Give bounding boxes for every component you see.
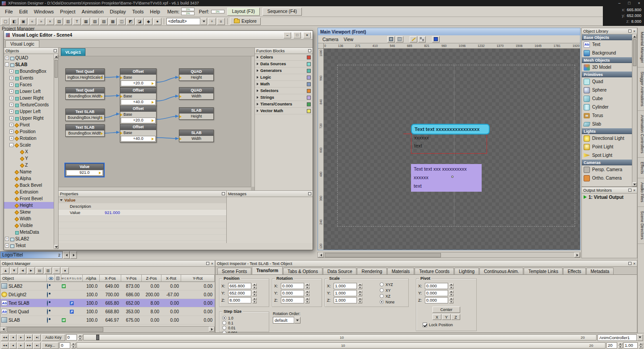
jog-button[interactable]: ►| bbox=[33, 342, 41, 349]
node-slab-height[interactable]: SLAB Height bbox=[179, 107, 214, 120]
scroll-left-icon[interactable] bbox=[63, 251, 70, 259]
vle-maximize-button[interactable]: □ bbox=[293, 32, 301, 38]
zpos-value[interactable]: 8.00 bbox=[142, 309, 161, 314]
explore-button[interactable]: Explore bbox=[230, 17, 261, 25]
alpha-value[interactable]: 100.0 bbox=[83, 318, 100, 323]
spin-up-button[interactable] bbox=[449, 290, 453, 293]
pin-icon[interactable] bbox=[628, 262, 631, 265]
library-row[interactable]: Ab Text bbox=[582, 40, 632, 49]
alpha-value[interactable]: 100.0 bbox=[83, 301, 100, 306]
tree-expander-icon[interactable] bbox=[15, 150, 19, 154]
step-size-option[interactable]: 0.1 bbox=[222, 320, 266, 325]
value-input[interactable]: 1.000 bbox=[334, 297, 357, 303]
spin-down-button[interactable] bbox=[252, 301, 257, 303]
toolbar-icon[interactable]: × bbox=[46, 18, 54, 25]
node-output-port[interactable]: BoundingBox.Height bbox=[66, 115, 104, 121]
om-toolbar-icon[interactable]: ▤ bbox=[36, 267, 43, 274]
library-row[interactable]: Quad bbox=[582, 77, 632, 86]
spin-down-button[interactable] bbox=[305, 294, 309, 296]
inspector-tab[interactable]: Lighting bbox=[454, 268, 479, 274]
menu-item[interactable]: File bbox=[2, 8, 16, 15]
pivot-spinner[interactable]: Y: 0.000 bbox=[418, 290, 475, 296]
tree-item[interactable]: + SLAB2 bbox=[4, 235, 54, 242]
step-size-option[interactable]: 0.01 bbox=[222, 325, 266, 330]
pivot-axis-button[interactable]: Z bbox=[451, 314, 460, 320]
node-input-port[interactable]: Base bbox=[120, 75, 156, 80]
ypos-value[interactable]: 675.00 bbox=[121, 318, 142, 323]
value-input[interactable]: 1.000 bbox=[334, 283, 357, 289]
spin-up-button[interactable] bbox=[305, 283, 309, 286]
position-spinner[interactable]: Z: 8.000 bbox=[221, 297, 267, 303]
radio-icon[interactable] bbox=[380, 300, 384, 304]
library-row[interactable]: Base Objects bbox=[582, 34, 632, 40]
scroll-right-icon[interactable] bbox=[574, 252, 580, 257]
ypos-value[interactable]: 686.00 bbox=[121, 292, 142, 297]
property-row[interactable]: Description bbox=[59, 203, 226, 210]
rotation-order-dropdown[interactable]: default bbox=[273, 317, 301, 324]
viewport-hscrollbar[interactable] bbox=[318, 252, 580, 258]
scroll-down-icon[interactable] bbox=[54, 245, 58, 249]
anim-controller-combo[interactable]: AnimController1 bbox=[597, 334, 643, 341]
toolbar-icon[interactable]: ▤ bbox=[55, 18, 63, 25]
spin-up-button[interactable] bbox=[449, 283, 453, 286]
tree-item[interactable]: MetaData bbox=[4, 229, 54, 235]
yrot-value[interactable]: 0.00 bbox=[181, 318, 215, 323]
column-header-visibility[interactable] bbox=[47, 275, 55, 282]
function-block-category[interactable]: Logic bbox=[255, 74, 313, 81]
function-block-category[interactable]: Timers/Counters bbox=[255, 101, 313, 108]
close-icon[interactable]: × bbox=[633, 189, 636, 192]
toolbar-icon[interactable]: + bbox=[208, 18, 216, 25]
menu-item[interactable]: Display bbox=[107, 8, 129, 15]
toolbar-icon[interactable]: T bbox=[73, 18, 81, 25]
tree-item[interactable]: + Tekst bbox=[4, 242, 54, 249]
node-input-port[interactable]: Height bbox=[179, 114, 213, 119]
tree-expander-icon[interactable] bbox=[9, 230, 13, 234]
scale-lock-option[interactable]: XZ bbox=[380, 294, 394, 299]
transport-button[interactable]: ◄◄ bbox=[1, 334, 8, 341]
toolbar-icon[interactable]: ◫ bbox=[118, 18, 126, 25]
scroll-down-icon[interactable] bbox=[632, 182, 637, 186]
speed-value[interactable]: 1.00 bbox=[623, 342, 638, 349]
toolbar-icon[interactable]: ▨ bbox=[100, 18, 108, 25]
om-toolbar-icon[interactable]: ▲ bbox=[2, 267, 9, 274]
node-text-slab-width[interactable]: Text SLAB BoundingBox.Width bbox=[65, 124, 105, 137]
project-item-logo-tittel[interactable]: Logo/Tittel 2 bbox=[0, 251, 63, 259]
function-block-category[interactable]: Data Sources bbox=[255, 61, 313, 67]
tree-expander-icon[interactable] bbox=[9, 177, 13, 181]
spin-up-button[interactable] bbox=[358, 290, 362, 293]
xpos-value[interactable]: 668.80 bbox=[100, 309, 121, 314]
property-group[interactable]: Value bbox=[59, 197, 226, 203]
transparency-toggle-icon[interactable] bbox=[418, 36, 426, 42]
auto-key-button[interactable]: Auto Key bbox=[42, 334, 65, 341]
column-header-yrot[interactable]: Y-Rot bbox=[181, 275, 215, 282]
dropdown-value[interactable]: default bbox=[273, 317, 294, 324]
value-input[interactable]: 1.000 bbox=[334, 290, 357, 296]
node-slab-width[interactable]: SLAB Width bbox=[179, 130, 214, 142]
value-input[interactable]: 8.000 bbox=[228, 297, 251, 303]
side-panel-tab[interactable]: Effects bbox=[638, 158, 644, 178]
alpha-value[interactable]: 100.0 bbox=[83, 309, 100, 314]
spin-up-button[interactable] bbox=[305, 298, 309, 300]
inspector-tab[interactable]: Scene Fonts bbox=[217, 268, 251, 274]
om-hscrollbar[interactable] bbox=[0, 326, 215, 332]
tree-item[interactable]: + Position bbox=[4, 128, 54, 135]
xpos-value[interactable]: 649.00 bbox=[100, 284, 121, 289]
spin-up-button[interactable] bbox=[71, 343, 76, 345]
xpos-value[interactable]: 700.00 bbox=[100, 292, 121, 297]
yrot-value[interactable]: 0.00 bbox=[181, 284, 215, 289]
tree-item[interactable]: + TextureCoords bbox=[4, 101, 54, 108]
scrollbar-thumb[interactable] bbox=[325, 253, 441, 257]
canvas-vscrollbar[interactable] bbox=[251, 56, 254, 187]
node-quad-width[interactable]: QUAD Width bbox=[179, 87, 214, 100]
xpos-value[interactable]: 665.80 bbox=[100, 301, 121, 306]
radio-icon[interactable] bbox=[380, 282, 384, 286]
toolbar-icon[interactable]: ▥ bbox=[64, 18, 72, 25]
visibility-toggle[interactable] bbox=[47, 318, 55, 323]
checkbox-icon[interactable] bbox=[423, 323, 427, 327]
playhead[interactable] bbox=[96, 335, 99, 340]
visibility-toggle[interactable] bbox=[47, 301, 55, 306]
node-value[interactable]: 921.0 bbox=[66, 170, 103, 176]
ypos-value[interactable]: 873.00 bbox=[121, 284, 142, 289]
column-header-xpos[interactable]: X-Pos bbox=[100, 275, 121, 282]
xrot-value[interactable]: 0.00 bbox=[161, 301, 181, 306]
